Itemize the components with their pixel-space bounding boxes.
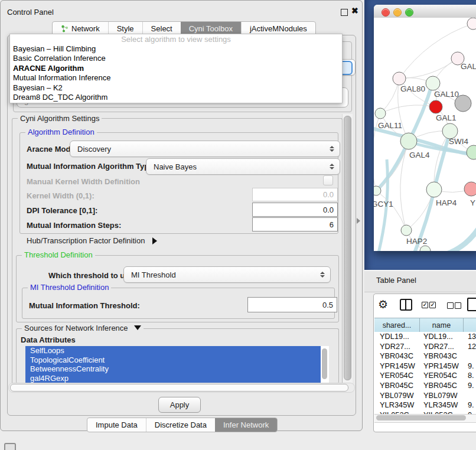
table-row[interactable]: YLR345WYLR345W9.: [374, 400, 476, 410]
settings-hscrollbar-thumb[interactable]: [10, 384, 348, 392]
network-edge[interactable]: [380, 105, 436, 113]
minimize-traffic-light-icon[interactable]: [393, 8, 402, 17]
dpi-tolerance-field[interactable]: 0.0: [252, 203, 338, 217]
tab-label: Infer Network: [223, 420, 269, 429]
table-row[interactable]: YBL079WYBL079W: [374, 391, 476, 401]
hub-section-label: Hub/Transcription Factor Definition: [27, 236, 145, 245]
algorithm-list: Bayesian – Hill ClimbingBasic Correlatio…: [10, 44, 342, 102]
aracne-mode-combo[interactable]: Discovery: [70, 141, 340, 157]
network-node-gal4[interactable]: [400, 133, 417, 149]
network-window-titlebar[interactable]: [374, 5, 476, 18]
attribute-list-item[interactable]: SelfLoops: [25, 346, 321, 356]
tab-label: jActiveMNodules: [250, 24, 307, 33]
zoom-traffic-light-icon[interactable]: [405, 8, 413, 17]
combo-arrows-icon: [320, 272, 325, 278]
close-icon[interactable]: ✖: [351, 6, 358, 15]
network-node-bottom-green[interactable]: [420, 246, 431, 251]
table-cell: [464, 351, 476, 361]
mi-algorithm-value: Naive Bayes: [154, 162, 197, 171]
screen: Control Panel ✖ NetworkStyleSelectCyni T…: [0, 0, 476, 450]
column-header[interactable]: [464, 318, 476, 332]
network-edge[interactable]: [399, 58, 458, 79]
table-cell: YPR145W: [420, 361, 464, 371]
tab-infer-network[interactable]: Infer Network: [215, 418, 277, 432]
minimized-panel-icon[interactable]: [4, 443, 16, 450]
table-hscrollbar-thumb[interactable]: [376, 415, 466, 420]
attribute-list-scrollbar-thumb[interactable]: [322, 348, 327, 379]
table-cell: YLR345W: [374, 400, 420, 410]
data-attributes-list: SelfLoopsTopologicalCoefficientBetweenne…: [25, 346, 329, 383]
network-svg: GALGAL80GAL10GAL1GAL11SWI4GAL4GCY1HAP4YH…: [374, 18, 476, 251]
node-label: GAL1: [436, 113, 457, 122]
table-row[interactable]: YBR043CYBR043C: [374, 351, 476, 361]
table-cell: YPR145W: [374, 361, 420, 371]
table-body: YDL19...YDL19...13YDR27...YDR27...12YBR0…: [374, 332, 476, 414]
mi-algorithm-combo[interactable]: Naive Bayes: [146, 158, 340, 175]
expand-arrow-icon[interactable]: [152, 237, 157, 244]
network-node-salmon-node[interactable]: [464, 182, 476, 196]
table-row[interactable]: YER054CYER054C8.: [374, 371, 476, 381]
network-node-right-green[interactable]: [467, 145, 476, 159]
algorithm-option[interactable]: Basic Correlation Inference: [10, 54, 342, 63]
network-node-red-node[interactable]: [429, 100, 442, 113]
table-cell: YER054C: [420, 371, 464, 381]
checked-checkbox-icon[interactable]: ✓: [429, 302, 436, 308]
settings-vscrollbar-thumb[interactable]: [344, 116, 351, 380]
algorithm-option[interactable]: Dream8 DC_TDC Algorithm: [10, 93, 342, 102]
collapse-arrow-icon[interactable]: [134, 325, 141, 330]
tab-label: Impute Data: [96, 420, 138, 429]
table-cell: YDL19...: [420, 332, 464, 342]
network-node-hap2[interactable]: [401, 225, 412, 236]
mi-threshold-field[interactable]: 0.5: [247, 297, 337, 312]
splitpane-grip-icon[interactable]: [357, 218, 360, 224]
network-node-gal11[interactable]: [375, 108, 386, 119]
checked-checkbox-icon[interactable]: ✓: [422, 302, 428, 308]
threshold-definition-title: Threshold Definition: [22, 251, 95, 259]
algorithm-option[interactable]: Mutual Information Inference: [10, 73, 342, 83]
kernel-width-field[interactable]: 0.0: [252, 188, 338, 201]
table-cell: YBR043C: [374, 351, 420, 361]
network-canvas[interactable]: GALGAL80GAL10GAL1GAL11SWI4GAL4GCY1HAP4YH…: [374, 18, 476, 251]
columns-icon[interactable]: [400, 299, 412, 311]
column-header[interactable]: name: [420, 318, 464, 332]
sources-toggle[interactable]: Sources for Network Inference: [22, 324, 144, 332]
column-header[interactable]: shared...: [374, 318, 420, 332]
algorithm-option[interactable]: ARACNE Algorithm: [10, 64, 342, 73]
table-row[interactable]: YDR27...YDR27...12: [374, 342, 476, 352]
table-row[interactable]: YDL19...YDL19...13: [374, 332, 476, 342]
combo-arrows-icon: [330, 146, 334, 152]
apply-button[interactable]: Apply: [158, 397, 201, 413]
network-edge-highlighted[interactable]: [444, 224, 476, 251]
attribute-list-item[interactable]: gal4RGexp: [25, 374, 321, 383]
network-node-top-outline[interactable]: [467, 18, 476, 30]
tab-discretize-data[interactable]: Discretize Data: [146, 418, 215, 432]
mi-steps-field[interactable]: 6: [252, 217, 338, 231]
attribute-list-item[interactable]: BetweennessCentrality: [25, 364, 321, 374]
manual-kernel-label: Manual Kernel Width Definition: [27, 177, 140, 186]
control-panel-title: Control Panel: [7, 8, 54, 17]
table-cell: [464, 391, 476, 401]
export-table-icon[interactable]: [467, 298, 476, 311]
algorithm-option[interactable]: Bayesian – K2: [10, 83, 342, 93]
network-node-hap4[interactable]: [426, 182, 442, 197]
unchecked-checkbox-icon[interactable]: [455, 302, 461, 309]
attribute-list-item[interactable]: TopologicalCoefficient: [25, 356, 321, 365]
gear-icon[interactable]: ⚙: [378, 298, 388, 311]
table-row[interactable]: YPR145WYPR145W9.: [374, 361, 476, 371]
network-node-gal10[interactable]: [426, 76, 440, 90]
hub-section-toggle[interactable]: Hub/Transcription Factor Definition: [27, 236, 157, 245]
which-threshold-combo[interactable]: MI Threshold: [123, 266, 331, 283]
network-node-left-green[interactable]: [374, 186, 381, 195]
table-row[interactable]: YBR045CYBR045C9.: [374, 381, 476, 391]
float-window-icon[interactable]: [341, 9, 348, 16]
which-threshold-label: Which threshold to use:: [48, 271, 136, 280]
close-traffic-light-icon[interactable]: [382, 8, 390, 17]
network-icon: [61, 25, 69, 32]
tab-impute-data[interactable]: Impute Data: [87, 418, 146, 432]
algorithm-option[interactable]: Bayesian – Hill Climbing: [10, 44, 342, 54]
network-node-gal80[interactable]: [393, 72, 406, 85]
node-label: SWI4: [449, 137, 468, 146]
tab-label: Discretize Data: [155, 420, 207, 429]
manual-kernel-checkbox[interactable]: [323, 175, 333, 185]
unchecked-checkbox-icon[interactable]: [447, 302, 454, 309]
